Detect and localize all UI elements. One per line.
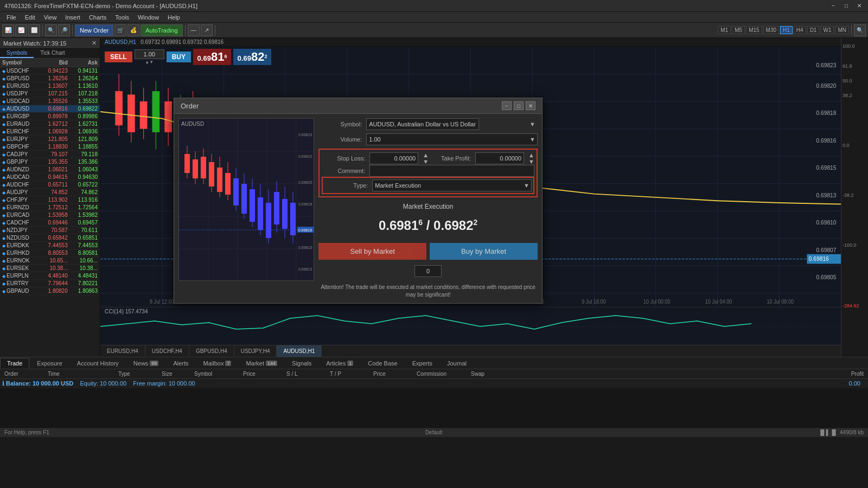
toolbar-line-btn[interactable]: — [188,24,200,36]
tab-mailbox[interactable]: Mailbox7 [196,358,239,369]
market-watch-row[interactable]: ◆EURCAD 1.53958 1.53982 [0,211,100,219]
menu-tools[interactable]: Tools [111,14,133,21]
tf-h4[interactable]: H4 [794,26,806,34]
tp-spinner[interactable]: ▲▼ [528,152,534,165]
tf-d1[interactable]: D1 [807,26,820,34]
market-watch-row[interactable]: ◆EURHKD 8.80553 8.80581 [0,249,100,257]
market-watch-row[interactable]: ◆GBPUSD 1.26256 1.26264 [0,75,100,82]
sell-by-market-button[interactable]: Sell by Market [318,243,426,260]
buy-by-market-button[interactable]: Buy by Market [430,243,538,260]
chart-tab-usdjpy-h4[interactable]: USDJPY,H4 [234,345,277,357]
take-profit-input[interactable] [475,152,524,164]
market-watch-row[interactable]: ◆EURUSD 1.13607 1.13610 [0,82,100,90]
market-watch-row[interactable]: ◆USDCHF 0.94123 0.94131 [0,67,100,75]
market-watch-row[interactable]: ◆EURDKK 7.44553 7.44553 [0,242,100,249]
chart-tab-usdchf-h4[interactable]: USDCHF,H4 [145,345,189,357]
market-watch-row[interactable]: ◆CHFJPY 113.902 113.916 [0,196,100,204]
menu-help[interactable]: Help [163,14,184,21]
market-watch-row[interactable]: ◆NZDUSD 0.65842 0.65851 [0,234,100,242]
chart-tab-audusd-h1[interactable]: AUDUSD,H1 [277,345,322,357]
sl-spinner[interactable]: ▲▼ [423,152,429,165]
volume-input[interactable] [135,49,164,59]
market-watch-row[interactable]: ◆AUDNZD 1.06021 1.06043 [0,166,100,174]
toolbar-zoom-out[interactable]: 🔎 [58,24,70,36]
toolbar-arrow-btn[interactable]: ↗ [201,24,213,36]
tab-experts[interactable]: Experts [405,358,439,369]
tf-h1[interactable]: H1 [780,26,793,34]
market-watch-close[interactable]: ✕ [92,40,97,47]
market-watch-row[interactable]: ◆CADJPY 79.107 79.118 [0,151,100,158]
dialog-minimize[interactable]: − [502,101,512,110]
market-watch-row[interactable]: ◆AUDJPY 74.852 74.862 [0,189,100,196]
symbol-select[interactable]: AUDUSD, Australian Dollar vs US Dollar [366,118,479,130]
volume-select[interactable]: 1.00 [366,133,538,145]
stop-loss-input[interactable] [369,152,418,164]
menu-file[interactable]: File [2,14,21,21]
menu-window[interactable]: Window [133,14,163,21]
tab-signals[interactable]: Signals [285,358,318,369]
market-watch-row[interactable]: ◆EURPLN 4.48140 4.48431 [0,272,100,280]
toolbar-search[interactable]: 🔍 [854,24,866,36]
market-watch-row[interactable]: ◆AUDUSD 0.69816 0.69822 [0,105,100,113]
dialog-maximize[interactable]: □ [514,101,524,110]
tf-m1[interactable]: M1 [718,26,731,34]
autotrading-button[interactable]: AutoTrading [141,24,183,36]
toolbar-zoom-in[interactable]: 🔍 [45,24,57,36]
tab-market[interactable]: Market144 [239,358,284,369]
market-watch-row[interactable]: ◆EURAUD 1.62712 1.62731 [0,120,100,128]
market-watch-row[interactable]: ◆EURTRY 7.79644 7.80221 [0,280,100,287]
toolbar-indicator-btn[interactable]: 📈 [15,24,27,36]
tf-m30[interactable]: M30 [763,26,779,34]
menu-view[interactable]: View [40,14,61,21]
toolbar-buy-btn[interactable]: 🛒 [114,24,126,36]
toolbar-sell-btn[interactable]: 💰 [127,24,139,36]
tab-exposure[interactable]: Exposure [30,358,69,369]
tab-trade[interactable]: Trade [0,358,29,369]
market-watch-row[interactable]: ◆USDJPY 107.215 107.218 [0,90,100,98]
symbols-tab[interactable]: Symbols [0,49,34,58]
market-watch-row[interactable]: ◆GBPAUD 1.80820 1.80863 [0,287,100,295]
close-button[interactable]: ✕ [855,2,864,10]
market-watch-row[interactable]: ◆AUDCHF 0.65711 0.65722 [0,181,100,189]
market-watch-row[interactable]: ◆AUDCAD 0.94615 0.94630 [0,174,100,181]
tab-alerts[interactable]: Alerts [166,358,195,369]
market-watch-row[interactable]: ◆EURCHF 1.06928 1.06936 [0,128,100,136]
tf-mn[interactable]: MN [835,26,849,34]
tab-articles[interactable]: Articles1 [319,358,360,369]
tab-journal[interactable]: Journal [440,358,474,369]
market-watch-row[interactable]: ◆NZDJPY 70.587 70.611 [0,227,100,234]
market-watch-row[interactable]: ◆USDCAD 1.35526 1.35533 [0,98,100,105]
tab-account-history[interactable]: Account History [70,358,126,369]
tf-m15[interactable]: M15 [746,26,762,34]
toolbar-chart-btn[interactable]: 📊 [2,24,14,36]
dialog-close[interactable]: ✕ [526,101,535,110]
tf-m5[interactable]: M5 [732,26,745,34]
market-watch-row[interactable]: ◆EURJPY 121.805 121.809 [0,136,100,143]
comment-input[interactable] [369,165,534,177]
market-watch-row[interactable]: ◆EURNZD 1.72512 1.72564 [0,204,100,211]
market-watch-row[interactable]: ◆EURNOK 10.65... 10.66... [0,257,100,265]
menu-charts[interactable]: Charts [85,14,111,21]
minimize-button[interactable]: − [829,2,838,10]
chart-tab-gbpusd-h4[interactable]: GBPUSD,H4 [189,345,234,357]
market-watch-row[interactable]: ◆EURSEK 10.38... 10.38... [0,265,100,272]
sl-tp-container: Stop Loss: ▲▼ Take Profit: ▲▼ Comment: T… [318,149,538,197]
market-watch-row[interactable]: ◆EURGBP 0.89978 0.89986 [0,113,100,120]
buy-button[interactable]: BUY [167,52,191,62]
menu-insert[interactable]: Insert [61,14,85,21]
tick-chart-tab[interactable]: Tick Chart [34,49,71,58]
maximize-button[interactable]: □ [842,2,851,10]
market-watch-row[interactable]: ◆CADCHF 0.69446 0.69457 [0,219,100,227]
tab-news[interactable]: News99 [126,358,166,369]
sell-button[interactable]: SELL [105,52,132,62]
market-watch-row[interactable]: ◆GBPJPY 135.355 135.386 [0,158,100,166]
tf-w1[interactable]: W1 [820,26,834,34]
menu-edit[interactable]: Edit [21,14,40,21]
tab-code-base[interactable]: Code Base [361,358,404,369]
chart-tab-eurusd-h4[interactable]: EURUSD,H4 [100,345,145,357]
new-order-button[interactable]: New Order [75,24,113,36]
market-watch-row[interactable]: ◆GBPCHF 1.18830 1.18855 [0,143,100,151]
type-select[interactable]: Market Execution [372,179,532,191]
max-deviation-input[interactable] [414,265,442,277]
toolbar-obj-btn[interactable]: ⬜ [28,24,40,36]
